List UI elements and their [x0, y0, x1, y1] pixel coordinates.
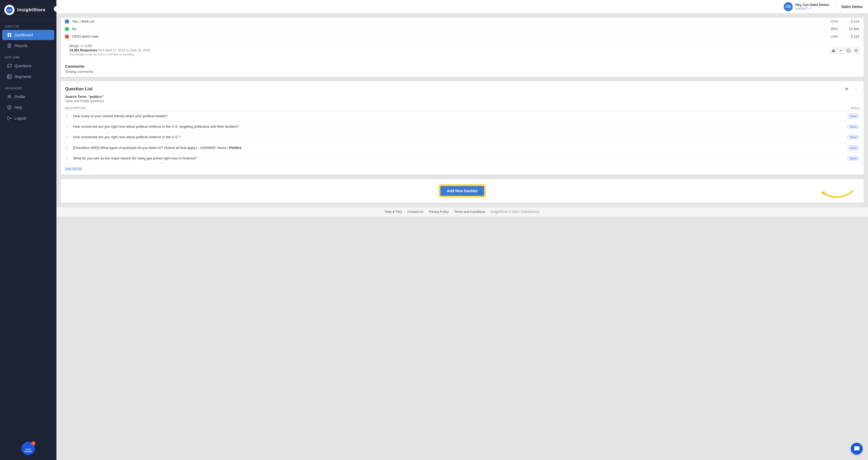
data-chart-card: Yes, I think so! 21% 5,214 No 65% 15,905…: [61, 18, 864, 77]
footer-link-contact[interactable]: Contact Us: [407, 210, 423, 214]
row-label: UFOs aren't real!: [72, 34, 822, 38]
comments-section: Comments Testing comments: [61, 61, 864, 77]
list-item: ♡ What do you see as the major reason fo…: [61, 153, 864, 164]
list-item: ♡ How concerned are you right now about …: [61, 122, 864, 132]
file-icon: [7, 43, 12, 48]
heart-icon[interactable]: ♡: [65, 146, 70, 150]
svg-marker-30: [821, 191, 825, 195]
arrow-annotation: [815, 180, 858, 202]
explore-section-label: EXPLORE: [0, 51, 56, 61]
svg-rect-3: [10, 33, 11, 35]
notification-badge: 3: [31, 441, 35, 446]
table-row: No 65% 15,905: [61, 25, 864, 33]
sidebar-item-reports[interactable]: Reports: [2, 40, 54, 51]
sidebar-item-segments[interactable]: Segments: [2, 71, 54, 82]
page-footer: Help & FAQ Contact Us Privacy Policy Ter…: [56, 207, 868, 216]
row-count: 3,182: [838, 34, 859, 38]
sidebar-item-questions[interactable]: Questions: [2, 61, 54, 71]
row-count: 5,214: [838, 19, 859, 23]
top-header: CN Hey, Cyn Sales Demo! LOGOUT ↗ Sales D…: [56, 0, 868, 13]
svg-rect-20: [832, 50, 833, 52]
responses-date: from April 17, 2015 to June 18, 2018: [98, 49, 150, 52]
col-description: DESCRIPTION: [65, 107, 838, 110]
heart-icon[interactable]: ♡: [65, 124, 70, 129]
sidebar-item-dashboard[interactable]: Dashboard: [2, 30, 54, 40]
list-item: ♡ How many of your closest friends share…: [61, 111, 864, 122]
comments-title: Comments: [65, 64, 859, 68]
table-view-icon[interactable]: [845, 47, 852, 54]
analyze-section-label: ANALYZE: [0, 20, 56, 30]
line-chart-icon[interactable]: [838, 47, 844, 54]
question-description: How concerned are you right now about po…: [73, 135, 847, 140]
chat-button[interactable]: [851, 443, 863, 455]
help-icon: ?: [7, 105, 12, 110]
color-indicator: [65, 20, 69, 23]
sidebar-item-logout[interactable]: Logout: [2, 113, 54, 123]
sidebar-item-profile[interactable]: Profile: [2, 92, 54, 102]
sidebar-collapse-button[interactable]: ‹: [54, 6, 60, 12]
main-area: CN Hey, Cyn Sales Demo! LOGOUT ↗ Sales D…: [56, 0, 868, 460]
percentages-note: Percentages may not sum to 100 due to ro…: [65, 52, 155, 58]
see-full-list-link[interactable]: See full list: [61, 164, 864, 172]
profile-label: Profile: [14, 95, 25, 99]
help-label: Help: [14, 105, 22, 110]
row-count: 15,905: [838, 27, 859, 31]
svg-text:?: ?: [9, 106, 10, 110]
reports-label: Reports: [14, 43, 28, 48]
role-badge: Value: [847, 124, 859, 129]
footer-link-privacy[interactable]: Privacy Policy: [429, 210, 449, 214]
table-row: Yes, I think so! 21% 5,214: [61, 18, 864, 25]
footer-link-help[interactable]: Help & FAQ: [385, 210, 402, 214]
dashboard-label: Dashboard: [14, 33, 33, 37]
question-list-title: Question List: [65, 87, 92, 91]
heart-icon[interactable]: ♡: [65, 135, 70, 139]
bar-chart-icon[interactable]: [830, 47, 837, 54]
svg-text:SCIENCE: SCIENCE: [25, 451, 32, 452]
row-pct: 13%: [822, 34, 838, 38]
question-list-card: Question List ✥ ⋮ Search Term: "politics…: [61, 81, 864, 175]
svg-rect-2: [7, 33, 9, 35]
comments-text: Testing comments: [65, 70, 859, 74]
sidebar-item-help[interactable]: ? Help: [2, 102, 54, 113]
user-icon: [7, 94, 12, 99]
color-indicator: [65, 35, 69, 38]
add-new-dashlet-button[interactable]: Add New Dashlet: [440, 185, 485, 196]
svg-point-14: [9, 95, 10, 97]
greeting-text: Hey, Cyn Sales Demo!: [796, 3, 829, 7]
margin-text: Margin +/- 0.6%: [65, 43, 155, 48]
svg-rect-10: [7, 75, 11, 79]
row-label: Yes, I think so!: [72, 19, 822, 23]
segments-label: Segments: [14, 74, 31, 79]
cs-bottom-icon: CIVIC SCIENCE 3: [22, 442, 35, 455]
svg-text:CS: CS: [7, 9, 11, 12]
app-name: InsightStore: [17, 7, 45, 12]
move-icon[interactable]: ✥: [843, 86, 850, 92]
footer-link-terms[interactable]: Terms and Conditions: [454, 210, 485, 214]
heart-icon[interactable]: ♡: [65, 156, 70, 160]
user-info: Hey, Cyn Sales Demo! LOGOUT ↗: [796, 3, 829, 10]
heart-icon[interactable]: ♡: [65, 114, 70, 118]
sidebar: CS InsightStore ‹ ANALYZE Dashboard: [0, 0, 56, 460]
header-user-section: CN Hey, Cyn Sales Demo! LOGOUT ↗ Sales D…: [784, 2, 863, 11]
logout-button[interactable]: LOGOUT ↗: [796, 7, 829, 10]
chart-meta-row: Margin +/- 0.6% 24,301 Responses from Ap…: [61, 40, 864, 61]
role-badge: Value: [847, 114, 859, 119]
logout-icon: [7, 116, 12, 121]
avatar: CN: [784, 2, 793, 11]
questions-label: Questions: [14, 64, 31, 68]
chart-meta: Margin +/- 0.6% 24,301 Responses from Ap…: [61, 40, 159, 61]
col-role: ROLE: [838, 107, 859, 110]
color-indicator: [65, 27, 69, 31]
question-description: How many of your closest friends share y…: [73, 114, 847, 119]
advanced-section-label: ADVANCED: [0, 82, 56, 91]
question-description: How concerned are you right now about po…: [73, 124, 847, 129]
list-item: ♡ [Checkbox 4060] What types of podcasts…: [61, 143, 864, 153]
search-term-label: Search Term: "politics": [61, 95, 864, 99]
row-pct: 21%: [822, 19, 838, 23]
more-options-icon[interactable]: ⋮: [852, 86, 859, 92]
question-list-header: Question List ✥ ⋮: [61, 86, 864, 95]
grid-icon: [7, 33, 12, 37]
globe-icon[interactable]: [853, 47, 859, 54]
row-label: No: [72, 27, 822, 31]
role-badge: Value: [847, 135, 859, 140]
